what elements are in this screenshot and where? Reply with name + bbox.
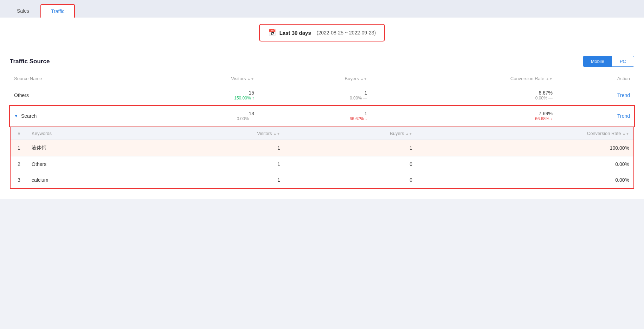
kw-buyers-2: 0: [284, 156, 417, 172]
col-source-name: Source Name: [10, 72, 143, 85]
buyers-search: 1 66.67% ↓: [258, 106, 371, 127]
visitors-others: 15 150.00% ↑: [143, 85, 258, 106]
table-row-others: Others 15 150.00% ↑ 1 0.00% — 6.67%: [10, 85, 634, 106]
keywords-expanded-cell: # Keywords Visitors ▲▼: [10, 127, 634, 189]
table-header-row: Source Name Visitors ▲▼ Buyers ▲▼ Conver…: [10, 72, 634, 85]
kw-conversion-2: 0.00%: [417, 156, 633, 172]
expand-arrow-icon[interactable]: ▼: [14, 114, 18, 118]
main-content: Traffic Source Mobile PC Source Name Vis…: [0, 48, 644, 199]
col-conversion-rate: Conversion Rate ▲▼: [371, 72, 557, 85]
kw-visitors-3: 1: [149, 172, 284, 188]
keywords-expanded-row: # Keywords Visitors ▲▼: [10, 127, 634, 189]
kw-buyers-sort-icon[interactable]: ▲▼: [405, 132, 412, 136]
kw-visitors-sort-icon[interactable]: ▲▼: [273, 132, 280, 136]
device-toggle-group: Mobile PC: [583, 56, 634, 67]
kw-visitors-1: 1: [149, 140, 284, 156]
kw-conversion-3: 0.00%: [417, 172, 633, 188]
kw-num-1: 1: [11, 140, 27, 156]
kw-row-3: 3 calcium 1 0 0.00%: [11, 172, 633, 188]
date-bar: 📅 Last 30 days (2022-08-25 ~ 2022-09-23): [0, 18, 644, 48]
table-row-search: ▼ Search 13 0.00% — 1 66.67% ↓: [10, 106, 634, 127]
toggle-pc[interactable]: PC: [612, 56, 634, 66]
kw-conversion-sort-icon[interactable]: ▲▼: [622, 132, 629, 136]
source-name-others: Others: [10, 85, 143, 106]
tab-traffic[interactable]: Traffic: [40, 4, 75, 18]
tab-sales[interactable]: Sales: [7, 4, 39, 18]
toggle-mobile[interactable]: Mobile: [583, 56, 612, 66]
date-range: (2022-08-25 ~ 2022-09-23): [317, 30, 376, 36]
conversion-sort-icon[interactable]: ▲▼: [546, 77, 553, 81]
col-kw-visitors: Visitors ▲▼: [149, 127, 284, 140]
kw-row-1: 1 液体钙 1 1 100.00%: [11, 140, 633, 156]
col-visitors: Visitors ▲▼: [143, 72, 258, 85]
source-name-search: ▼ Search: [10, 106, 143, 127]
kw-num-2: 2: [11, 156, 27, 172]
kw-row-2: 2 Others 1 0 0.00%: [11, 156, 633, 172]
col-kw-conversion: Conversion Rate ▲▼: [417, 127, 633, 140]
kw-buyers-1: 1: [284, 140, 417, 156]
conversion-search: 7.69% 66.68% ↓: [371, 106, 557, 127]
buyers-sort-icon[interactable]: ▲▼: [360, 77, 367, 81]
date-label: Last 30 days: [279, 30, 311, 36]
col-kw-num: #: [11, 127, 27, 140]
section-header: Traffic Source Mobile PC: [10, 48, 634, 72]
action-search: Trend: [557, 106, 634, 127]
kw-keyword-2: Others: [27, 156, 149, 172]
kw-visitors-2: 1: [149, 156, 284, 172]
top-tabs: Sales Traffic: [0, 0, 644, 18]
date-range-selector[interactable]: 📅 Last 30 days (2022-08-25 ~ 2022-09-23): [259, 24, 385, 41]
col-kw-buyers: Buyers ▲▼: [284, 127, 417, 140]
kw-conversion-1: 100.00%: [417, 140, 633, 156]
conversion-others: 6.67% 0.00% —: [371, 85, 557, 106]
keywords-sub-section: # Keywords Visitors ▲▼: [10, 127, 634, 189]
visitors-sort-icon[interactable]: ▲▼: [247, 77, 254, 81]
action-others: Trend: [557, 85, 634, 106]
visitors-search: 13 0.00% —: [143, 106, 258, 127]
buyers-others: 1 0.00% —: [258, 85, 371, 106]
calendar-icon: 📅: [268, 29, 276, 37]
keywords-table: # Keywords Visitors ▲▼: [11, 127, 633, 188]
col-kw-keyword: Keywords: [27, 127, 149, 140]
kw-keyword-1: 液体钙: [27, 140, 149, 156]
traffic-source-table: Source Name Visitors ▲▼ Buyers ▲▼ Conver…: [10, 72, 634, 189]
trend-link-others[interactable]: Trend: [617, 92, 630, 98]
kw-buyers-3: 0: [284, 172, 417, 188]
kw-keyword-3: calcium: [27, 172, 149, 188]
kw-num-3: 3: [11, 172, 27, 188]
keywords-header-row: # Keywords Visitors ▲▼: [11, 127, 633, 140]
trend-link-search[interactable]: Trend: [617, 113, 630, 119]
section-title: Traffic Source: [10, 58, 50, 65]
col-action: Action: [557, 72, 634, 85]
col-buyers: Buyers ▲▼: [258, 72, 371, 85]
